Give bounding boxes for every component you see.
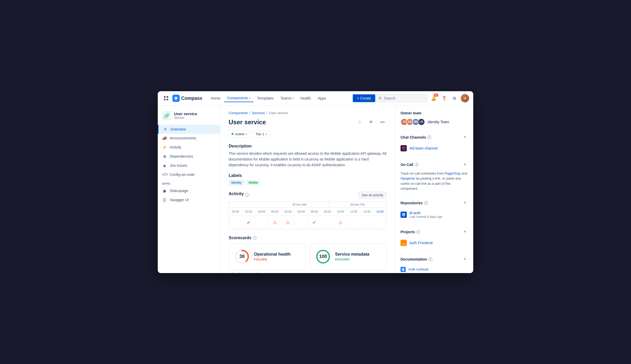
doc-name-1[interactable]: Auth runbook <box>408 267 428 271</box>
help-icon: ❓ <box>441 96 447 101</box>
sidebar-item-config-as-code[interactable]: </> Config-as-code <box>158 170 220 179</box>
apply-scorecard-button[interactable]: + Apply scorecard <box>229 270 258 273</box>
status-badge[interactable]: Active ▾ <box>229 131 250 138</box>
owner-team-name[interactable]: Identity Team <box>428 120 449 124</box>
opsgenie-link[interactable]: Opsgenie <box>401 176 415 180</box>
time-slot-4: 02:00 <box>282 209 295 214</box>
nav-components[interactable]: Components ▾ <box>224 94 253 102</box>
service-metadata-info: Service metadata PASSING <box>335 252 381 261</box>
nav-templates[interactable]: Templates <box>254 95 277 102</box>
doc-item-auth-runbook: Auth runbook <box>401 266 468 273</box>
documentation-add-button[interactable]: + <box>462 256 468 262</box>
settings-button[interactable]: ⚙ <box>450 94 459 102</box>
logo[interactable]: Compass <box>172 95 202 102</box>
on-call-info-icon[interactable]: i <box>415 163 418 166</box>
operational-health-circle: 38 <box>234 249 250 264</box>
event-slot-4: ⚠ <box>282 216 295 229</box>
scorecards-section: Scorecards i 38 <box>229 236 387 273</box>
chevron-down-icon-teams: ▾ <box>292 97 294 100</box>
repos-info-icon[interactable]: i <box>424 201 428 205</box>
overview-icon: ≡ <box>163 127 168 132</box>
sidebar-item-overview[interactable]: ≡ Overview <box>158 125 220 134</box>
on-call-add-button[interactable]: + <box>462 162 468 168</box>
divider-4 <box>401 225 468 226</box>
service-metadata-name: Service metadata <box>335 252 381 257</box>
sidebar-item-swagger-ui[interactable]: {} Swagger UI <box>158 195 220 204</box>
scorecards-info-icon[interactable]: i <box>253 236 257 240</box>
repo-name[interactable]: id-auth <box>409 211 442 215</box>
scorecard-operational-health[interactable]: 38 Operational health FAILING <box>229 243 306 270</box>
logo-icon <box>172 95 180 102</box>
on-call-title: On Call i <box>401 163 418 167</box>
event-slot-10 <box>360 216 373 229</box>
breadcrumb-components[interactable]: Components <box>229 111 248 115</box>
apps-grid-button[interactable] <box>162 94 170 102</box>
sidebar-component-icon: 🔗 <box>162 111 171 120</box>
notifications-button[interactable]: 🔔 9+ <box>429 94 438 102</box>
chat-channel-name[interactable]: #id-team-channel <box>409 146 438 150</box>
project-name[interactable]: Auth Frontend <box>409 241 433 245</box>
sidebar-item-activity[interactable]: ⚡ Activity <box>158 143 220 152</box>
tier-badge[interactable]: Tier 1 ▾ <box>253 131 270 138</box>
sidebar-item-jira-issues[interactable]: ◈ Jira Issues <box>158 161 220 170</box>
label-mobile[interactable]: Mobile <box>246 180 260 185</box>
doc-icon-1 <box>401 267 406 272</box>
activity-icon: ⚡ <box>162 145 167 150</box>
nav-apps[interactable]: Apps <box>314 95 329 102</box>
label-identity[interactable]: Identity <box>229 180 244 185</box>
sidebar-item-statuspage-label: Statuspage <box>170 189 188 193</box>
tier-label: Tier 1 <box>256 132 264 136</box>
help-button[interactable]: ❓ <box>440 94 448 102</box>
docs-info-icon[interactable]: i <box>429 257 432 261</box>
divider-2 <box>401 158 468 158</box>
nav-health[interactable]: Health <box>297 95 314 102</box>
breadcrumb: Components / Services / User service <box>229 111 387 115</box>
repositories-add-button[interactable]: + <box>462 200 468 206</box>
activity-title: Activity <box>229 192 244 196</box>
chat-channels-section: Chat Channels i + <box>401 134 468 153</box>
divider-5 <box>401 253 468 253</box>
time-slot-10: 14:00 <box>360 209 373 214</box>
scorecard-service-metadata[interactable]: 100 Service metadata PASSING <box>310 243 387 270</box>
sidebar-item-announcements[interactable]: 📣 Announcements <box>158 134 220 143</box>
search-box[interactable] <box>375 94 427 102</box>
chat-channels-add-button[interactable]: + <box>462 134 468 140</box>
top-navigation: Compass Home Components ▾ Templates Team… <box>158 91 473 106</box>
on-call-section: On Call i + Track on-call schedules from… <box>401 162 468 191</box>
create-button[interactable]: + Create <box>353 94 375 102</box>
more-options-button[interactable]: ••• <box>378 118 387 126</box>
pagerduty-link[interactable]: PagerDuty <box>445 171 460 175</box>
sidebar-item-dependencies[interactable]: ⊕ Dependencies <box>158 152 220 161</box>
operational-health-name: Operational health <box>254 252 300 257</box>
chat-channels-info-icon[interactable]: i <box>428 135 431 139</box>
nav-teams[interactable]: Teams ▾ <box>277 95 297 102</box>
operational-health-status: FAILING <box>254 258 300 261</box>
event-slot-0 <box>229 216 242 229</box>
projects-add-button[interactable]: + <box>462 229 468 235</box>
projects-info-icon[interactable]: i <box>416 230 420 234</box>
see-all-activity-button[interactable]: See all activity <box>358 192 387 199</box>
activity-info-icon[interactable]: i <box>245 193 249 197</box>
event-success-icon-1: ✔ <box>247 220 251 225</box>
status-row: Active ▾ Tier 1 ▾ <box>229 131 387 138</box>
chat-channels-title: Chat Channels i <box>401 135 431 139</box>
labels-title: Labels <box>229 173 387 178</box>
labels-section: Labels Identity Mobile <box>229 173 387 185</box>
project-item-auth-frontend: 🔥 Auth Frontend <box>401 238 468 248</box>
breadcrumb-sep-2: / <box>266 111 268 115</box>
breadcrumb-services[interactable]: Services <box>252 111 265 115</box>
event-slot-2 <box>255 216 268 229</box>
main-layout: 🔗 User service Service ≡ Overview 📣 Anno… <box>158 106 473 273</box>
user-avatar[interactable]: U <box>461 94 469 102</box>
svg-rect-18 <box>402 269 404 269</box>
svg-rect-12 <box>404 148 405 148</box>
owner-avatar-4: LR <box>418 118 425 126</box>
search-icon <box>379 96 382 100</box>
star-icon: ☆ <box>358 120 361 125</box>
watch-button[interactable]: 👁 <box>367 118 375 126</box>
nav-home[interactable]: Home <box>208 95 223 102</box>
sidebar-item-statuspage[interactable]: ◉ Statuspage <box>158 186 220 195</box>
search-input[interactable] <box>384 96 424 100</box>
on-call-header: On Call i + <box>401 162 468 168</box>
star-button[interactable]: ☆ <box>355 118 364 126</box>
